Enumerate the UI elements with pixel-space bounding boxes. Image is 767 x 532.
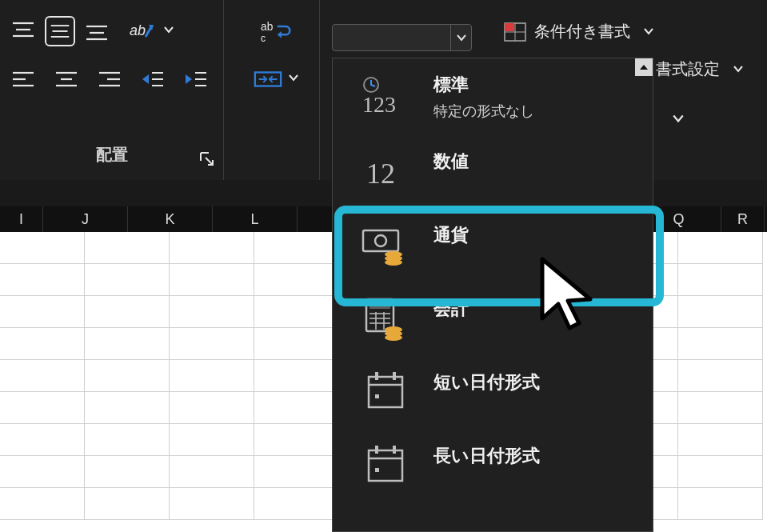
column-header[interactable]: R <box>721 206 765 232</box>
align-center-icon[interactable] <box>51 64 82 94</box>
svg-text:12: 12 <box>366 158 395 190</box>
chevron-down-icon[interactable] <box>672 112 685 128</box>
chevron-down-icon[interactable] <box>163 24 174 38</box>
general-format-icon: 123 <box>357 73 414 118</box>
currency-format-icon <box>357 223 414 268</box>
format-option-currency[interactable]: 通貨 <box>333 209 653 282</box>
conditional-formatting-icon <box>504 22 526 42</box>
column-header[interactable]: K <box>128 206 213 232</box>
svg-text:ab: ab <box>130 22 146 38</box>
format-option-title: 数値 <box>433 150 469 174</box>
column-header[interactable]: I <box>0 206 43 232</box>
format-option-long-date[interactable]: 長い日付形式 <box>333 430 653 503</box>
column-header[interactable]: J <box>43 206 128 232</box>
svg-rect-41 <box>370 302 390 309</box>
format-option-title: 通貨 <box>433 223 469 247</box>
format-option-accounting[interactable]: 会計 <box>333 282 653 356</box>
svg-rect-58 <box>393 446 396 454</box>
format-settings-button[interactable]: 書式設定 <box>656 58 744 80</box>
long-date-format-icon <box>357 444 414 489</box>
svg-rect-53 <box>393 372 396 380</box>
group-label-alignment: 配置 <box>0 144 223 166</box>
increase-indent-icon[interactable] <box>181 64 211 94</box>
svg-point-49 <box>385 334 402 341</box>
merge-center-icon[interactable] <box>253 64 283 94</box>
svg-rect-59 <box>375 468 379 472</box>
format-settings-label: 書式設定 <box>656 58 720 80</box>
format-option-title: 長い日付形式 <box>433 444 540 468</box>
svg-text:123: 123 <box>362 92 396 115</box>
chevron-down-icon <box>733 60 744 78</box>
svg-rect-52 <box>375 372 378 380</box>
align-left-icon[interactable] <box>8 64 38 94</box>
dialog-launcher-icon[interactable] <box>199 151 217 169</box>
svg-rect-57 <box>375 446 378 454</box>
conditional-formatting-label: 条件付き書式 <box>534 21 630 42</box>
chevron-down-icon[interactable] <box>450 25 471 50</box>
align-middle-icon[interactable] <box>45 16 75 46</box>
number-format-icon: 12 <box>357 150 414 194</box>
decrease-indent-icon[interactable] <box>138 64 168 94</box>
format-option-title: 標準 <box>433 73 534 97</box>
wrap-merge-group: abc <box>224 0 320 180</box>
svg-point-36 <box>375 235 386 246</box>
svg-point-39 <box>385 259 402 266</box>
format-option-general[interactable]: 123 標準 特定の形式なし <box>333 58 653 135</box>
align-top-icon[interactable] <box>8 16 38 46</box>
number-format-dropdown: 123 標準 特定の形式なし 12 数値 通貨 会計 <box>332 58 653 532</box>
chevron-down-icon <box>643 22 654 41</box>
svg-rect-29 <box>505 23 514 31</box>
svg-text:c: c <box>261 33 266 44</box>
format-option-subtitle: 特定の形式なし <box>433 102 534 121</box>
align-right-icon[interactable] <box>94 64 125 94</box>
number-format-select[interactable] <box>332 24 472 51</box>
align-bottom-icon[interactable] <box>82 16 112 46</box>
accounting-format-icon <box>357 297 414 342</box>
conditional-formatting-button[interactable]: 条件付き書式 <box>504 21 744 42</box>
svg-text:ab: ab <box>261 20 274 33</box>
short-date-format-icon <box>357 370 414 415</box>
column-header[interactable]: L <box>213 206 298 232</box>
svg-rect-50 <box>369 377 402 407</box>
format-option-number[interactable]: 12 数値 <box>333 135 653 209</box>
format-option-title: 短い日付形式 <box>433 370 540 394</box>
chevron-down-icon[interactable] <box>288 72 299 86</box>
wrap-text-icon[interactable]: abc <box>261 16 291 46</box>
alignment-group: ab 配置 <box>0 0 224 180</box>
format-option-title: 会計 <box>433 297 469 321</box>
svg-rect-35 <box>363 230 398 251</box>
svg-rect-55 <box>369 450 402 481</box>
format-option-short-date[interactable]: 短い日付形式 <box>333 356 653 430</box>
svg-rect-54 <box>375 394 379 398</box>
orientation-icon[interactable]: ab <box>126 16 157 46</box>
scroll-up-icon[interactable] <box>635 58 653 76</box>
